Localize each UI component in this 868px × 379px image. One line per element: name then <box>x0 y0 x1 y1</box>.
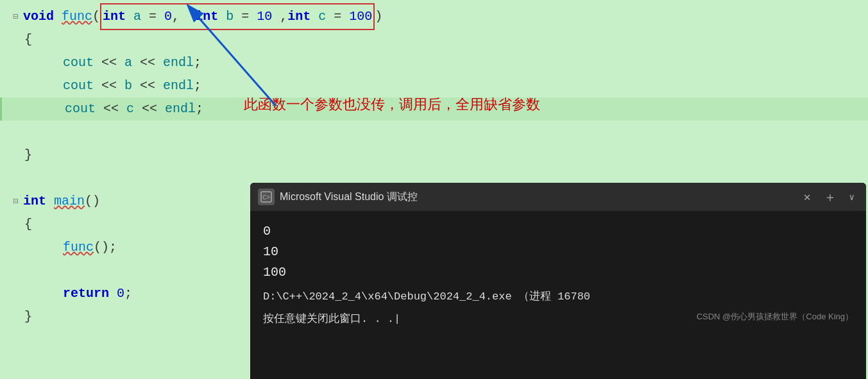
num0: 0 <box>164 9 172 24</box>
fn-func-call: func <box>63 236 94 259</box>
semi3: ; <box>196 97 203 121</box>
func-call-parens: ( <box>94 236 101 259</box>
sep1: , <box>172 9 195 24</box>
code-line-7: } <box>0 144 868 167</box>
punc-close: ) <box>375 5 382 28</box>
brace-close1: } <box>24 144 32 167</box>
kw-int1: int <box>103 9 126 24</box>
func-call-close: ) <box>101 236 109 259</box>
terminal-titlebar: C> Microsoft Visual Studio 调试控 ✕ ＋ ∨ <box>250 183 866 211</box>
terminal-chevron-button[interactable]: ∨ <box>846 190 858 204</box>
id-cout1: cout <box>63 51 101 74</box>
collapse-icon-1[interactable]: ⊟ <box>13 5 21 28</box>
kw-int-main: int <box>23 190 54 213</box>
id-cout3: cout <box>65 97 103 121</box>
terminal-title: Microsoft Visual Studio 调试控 <box>280 190 795 204</box>
semi5: ; <box>124 282 132 305</box>
id-a: a <box>126 9 149 24</box>
kw-void: void <box>23 5 62 28</box>
kw-return: return <box>63 282 117 305</box>
op-stream2: << <box>140 51 163 74</box>
fn-main: main <box>54 190 85 213</box>
kw-int3: int <box>287 9 311 24</box>
brace-open: { <box>24 28 32 51</box>
id-c: c <box>311 9 334 24</box>
terminal-credit: CSDN @伤心男孩拯救世界（Code King） <box>697 310 853 324</box>
code-line-2: { <box>0 28 868 51</box>
semi1: ; <box>194 51 201 74</box>
op3: = <box>334 9 349 24</box>
op-stream3: << <box>101 74 124 97</box>
op2: = <box>241 9 257 24</box>
id-endl1: endl <box>163 51 194 74</box>
op1: = <box>149 9 164 24</box>
op-stream5: << <box>103 97 126 121</box>
semi2: ; <box>194 74 201 97</box>
code-line-4: cout << b << endl; <box>0 74 868 97</box>
terminal-app-icon: C> <box>258 189 275 205</box>
param-box: int a = 0, int b = 10 ,int c = 100 <box>100 3 375 30</box>
terminal-output-0: 0 <box>263 221 853 242</box>
terminal-window: C> Microsoft Visual Studio 调试控 ✕ ＋ ∨ 0 1… <box>250 183 866 379</box>
terminal-path-text: D:\C++\2024_2_4\x64\Debug\2024_2_4.exe （… <box>263 291 590 303</box>
code-line-3: cout << a << endl; <box>0 51 868 74</box>
svg-text:C>: C> <box>262 194 270 201</box>
brace-open2: { <box>24 213 32 236</box>
terminal-output-2: 100 <box>263 262 853 283</box>
punc-open: ( <box>92 5 100 28</box>
num10: 10 <box>257 9 272 24</box>
num100: 100 <box>349 9 372 24</box>
terminal-body: 0 10 100 D:\C++\2024_2_4\x64\Debug\2024_… <box>250 211 866 379</box>
collapse-icon-9[interactable]: ⊟ <box>13 190 21 213</box>
op-stream4: << <box>140 74 163 97</box>
id-cout2: cout <box>63 74 101 97</box>
terminal-output-1: 10 <box>263 242 853 262</box>
code-line-1: ⊟ void func(int a = 0, int b = 10 ,int c… <box>0 5 868 28</box>
terminal-press-key: 按任意键关闭此窗口. . .| CSDN @伤心男孩拯救世界（Code King… <box>263 310 853 328</box>
terminal-add-button[interactable]: ＋ <box>820 187 840 207</box>
op-stream1: << <box>101 51 124 74</box>
op-stream6: << <box>142 97 165 121</box>
terminal-path: D:\C++\2024_2_4\x64\Debug\2024_2_4.exe （… <box>263 288 853 305</box>
id-endl3: endl <box>165 97 196 121</box>
num-ret0: 0 <box>117 282 124 305</box>
main-parens: () <box>85 190 100 213</box>
id-b2: b <box>124 74 140 97</box>
semi4: ; <box>109 236 117 259</box>
id-endl2: endl <box>163 74 194 97</box>
id-c2: c <box>126 97 142 121</box>
main-container: ⊟ void func(int a = 0, int b = 10 ,int c… <box>0 0 868 379</box>
id-b: b <box>218 9 241 24</box>
code-line-6 <box>0 121 868 144</box>
annotation-text: 此函数一个参数也没传，调用后，全用缺省参数 <box>244 95 540 114</box>
terminal-press-key-text: 按任意键关闭此窗口. . .| <box>263 313 400 325</box>
id-a2: a <box>124 51 140 74</box>
fn-func: func <box>62 5 92 28</box>
terminal-close-button[interactable]: ✕ <box>800 189 815 205</box>
brace-close2: } <box>24 305 32 328</box>
sep2: , <box>272 9 287 24</box>
kw-int2: int <box>195 9 218 24</box>
